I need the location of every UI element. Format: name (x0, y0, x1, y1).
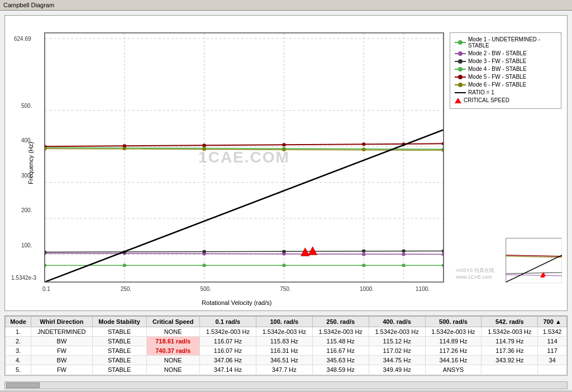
title-bar: Campbell Diagram (0, 0, 572, 11)
cell-v01: 347.14 Hz (199, 365, 256, 375)
svg-point-55 (362, 148, 366, 151)
legend-item-mode1: Mode 1 - UNDETERMINED - STABLE (455, 36, 556, 49)
svg-point-31 (282, 250, 286, 254)
cell-v250: 348.59 Hz (312, 365, 369, 375)
x-tick-01: 0.1 (42, 286, 50, 292)
col-v400: 400. rad/s (369, 317, 425, 327)
cell-v700: 1.5342 (538, 327, 567, 337)
cell-v250: 345.63 Hz (312, 356, 369, 365)
cell-v01: 347.06 Hz (199, 356, 256, 365)
svg-marker-59 (308, 247, 317, 255)
svg-rect-60 (45, 33, 444, 282)
svg-line-27 (45, 251, 444, 252)
legend-label-mode6: Mode 6 - FW - STABLE (468, 82, 526, 88)
scrollbar-thumb[interactable] (6, 383, 40, 388)
x-tick-250: 250. (121, 286, 131, 292)
cell-mode: 4. (6, 356, 31, 365)
legend-label-critical: CRITICAL SPEED (464, 97, 509, 103)
x-tick-1000: 1000. (360, 286, 374, 292)
svg-line-42 (45, 144, 444, 146)
svg-point-13 (122, 264, 126, 267)
cell-v700: 117 (538, 346, 567, 356)
y-tick-bottom: 1.5342e-3 (11, 275, 36, 281)
minimap (506, 238, 561, 283)
cell-direction: FW (31, 346, 93, 356)
cell-critical-highlighted: 740.37 rad/s (146, 346, 199, 356)
legend-label-mode4: Mode 4 - BW - STABLE (468, 66, 527, 72)
cell-v100: 346.51 Hz (256, 356, 312, 365)
svg-point-15 (282, 264, 286, 267)
cell-stability: STABLE (92, 356, 146, 365)
chart-area: Frequency (Hz) 1CAE.COM (4, 15, 568, 311)
chart-svg (45, 33, 444, 282)
table-row: 1. JNDETERMINED STABLE NONE 1.5342e-003 … (6, 327, 567, 337)
cell-critical: NONE (146, 327, 199, 337)
col-critical: Critical Speed (146, 317, 199, 327)
table-row: 5. FW STABLE NONE 347.14 Hz 347.7 Hz 348… (6, 365, 567, 375)
svg-point-45 (202, 144, 206, 147)
legend-label-mode3: Mode 3 - FW - STABLE (468, 58, 526, 64)
cell-v01: 116.07 Hz (199, 337, 256, 346)
scrollbar-area (0, 380, 572, 390)
cell-stability: STABLE (92, 327, 146, 337)
svg-line-57 (45, 130, 444, 282)
col-mode: Mode (6, 317, 31, 327)
col-stability: Mode Stability (92, 317, 146, 327)
svg-rect-61 (506, 238, 562, 283)
cell-v250: 116.67 Hz (312, 346, 369, 356)
cell-v100: 116.31 Hz (256, 346, 312, 356)
table-row: 3. FW STABLE 740.37 rad/s 116.07 Hz 116.… (6, 346, 567, 356)
svg-point-14 (202, 264, 206, 267)
cell-v542: 1.5342e-003 Hz (482, 327, 538, 337)
svg-point-16 (362, 264, 366, 267)
legend-box: Mode 1 - UNDETERMINED - STABLE Mode 2 - … (450, 32, 561, 109)
legend-label-mode2: Mode 2 - BW - STABLE (468, 50, 527, 56)
cell-mode: 2. (6, 337, 31, 346)
cell-direction: BW (31, 356, 93, 365)
cell-stability: STABLE (92, 337, 146, 346)
y-axis-label: Frequency (Hz) (27, 142, 34, 184)
cell-stability: STABLE (92, 346, 146, 356)
svg-point-46 (282, 143, 286, 146)
cell-direction: BW (31, 337, 93, 346)
cell-v500: ANSYS (425, 365, 482, 375)
y-tick-200: 200. (21, 207, 32, 213)
svg-point-17 (402, 264, 406, 267)
cell-v500: 1.5342e-003 Hz (425, 327, 482, 337)
cell-v542: 343.92 Hz (482, 356, 538, 365)
cell-v01: 116.07 Hz (199, 346, 256, 356)
h-scrollbar[interactable] (4, 381, 568, 389)
col-v100: 100. rad/s (256, 317, 312, 327)
cell-critical-highlighted: 718.61 rad/s (146, 337, 199, 346)
table-area[interactable]: Mode Whirl Direction Mode Stability Crit… (4, 315, 568, 376)
cell-mode: 1. (6, 327, 31, 337)
cell-v400: 1.5342e-003 Hz (369, 327, 425, 337)
col-v542: 542. rad/s (482, 317, 538, 327)
y-tick-500: 500. (21, 103, 32, 109)
chart-plot: 1CAE.COM (44, 32, 444, 283)
cell-v700 (538, 365, 567, 375)
data-table: Mode Whirl Direction Mode Stability Crit… (5, 316, 567, 375)
cell-v542 (482, 365, 538, 375)
cell-v700: 34 (538, 356, 567, 365)
col-v01: 0.1 rad/s (199, 317, 256, 327)
ansys-watermark: ANSYS 仿真在线www.1CAE.com (456, 267, 494, 280)
x-tick-500: 500. (200, 286, 211, 292)
svg-point-47 (362, 142, 366, 146)
legend-item-mode4: Mode 4 - BW - STABLE (455, 66, 556, 72)
svg-point-33 (402, 250, 406, 253)
svg-point-24 (362, 252, 366, 256)
legend-item-mode2: Mode 2 - BW - STABLE (455, 50, 556, 56)
legend-label-mode5: Mode 5 - FW - STABLE (468, 74, 526, 80)
cell-v500: 114.89 Hz (425, 337, 482, 346)
cell-v100: 347.7 Hz (256, 365, 312, 375)
svg-line-19 (45, 253, 444, 254)
y-tick-100: 100. (21, 242, 32, 248)
legend-label-mode1: Mode 1 - UNDETERMINED - STABLE (468, 36, 556, 49)
cell-critical: NONE (146, 356, 199, 365)
svg-point-32 (362, 250, 366, 253)
col-v500: 500. rad/s (425, 317, 482, 327)
table-row: 4. BW STABLE NONE 347.06 Hz 346.51 Hz 34… (6, 356, 567, 365)
svg-point-54 (282, 148, 286, 151)
x-tick-1100: 1100. (416, 286, 430, 292)
